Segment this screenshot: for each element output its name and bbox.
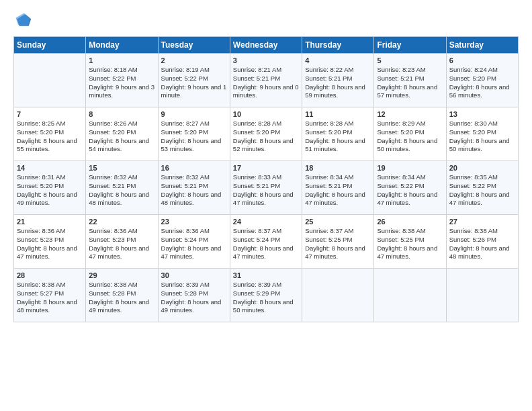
day-number: 3	[233, 56, 299, 64]
day-info: Sunrise: 8:37 AMSunset: 5:24 PMDaylight:…	[233, 227, 299, 261]
day-cell: 8Sunrise: 8:26 AMSunset: 5:20 PMDaylight…	[86, 107, 158, 161]
day-info: Sunrise: 8:31 AMSunset: 5:20 PMDaylight:…	[17, 173, 83, 208]
day-cell: 23Sunrise: 8:36 AMSunset: 5:24 PMDayligh…	[158, 215, 230, 269]
day-cell	[14, 54, 86, 107]
day-info: Sunrise: 8:38 AMSunset: 5:27 PMDaylight:…	[17, 281, 83, 315]
day-info: Sunrise: 8:38 AMSunset: 5:25 PMDaylight:…	[377, 227, 443, 261]
day-number: 2	[161, 56, 227, 64]
day-info: Sunrise: 8:32 AMSunset: 5:21 PMDaylight:…	[89, 173, 154, 208]
day-number: 26	[377, 218, 443, 226]
day-cell: 12Sunrise: 8:29 AMSunset: 5:20 PMDayligh…	[374, 107, 446, 161]
day-number: 14	[17, 164, 83, 172]
day-number: 6	[449, 56, 515, 64]
day-info: Sunrise: 8:35 AMSunset: 5:22 PMDaylight:…	[449, 173, 515, 208]
day-cell: 15Sunrise: 8:32 AMSunset: 5:21 PMDayligh…	[86, 161, 158, 215]
day-info: Sunrise: 8:27 AMSunset: 5:20 PMDaylight:…	[161, 120, 227, 154]
day-number: 30	[161, 271, 227, 279]
day-info: Sunrise: 8:25 AMSunset: 5:20 PMDaylight:…	[17, 120, 83, 154]
week-row-3: 14Sunrise: 8:31 AMSunset: 5:20 PMDayligh…	[14, 161, 519, 215]
day-info: Sunrise: 8:19 AMSunset: 5:22 PMDaylight:…	[161, 66, 227, 100]
day-info: Sunrise: 8:21 AMSunset: 5:21 PMDaylight:…	[233, 66, 299, 100]
day-info: Sunrise: 8:36 AMSunset: 5:23 PMDaylight:…	[89, 227, 154, 261]
day-cell: 6Sunrise: 8:24 AMSunset: 5:20 PMDaylight…	[446, 54, 518, 107]
day-number: 13	[449, 110, 515, 118]
day-cell: 22Sunrise: 8:36 AMSunset: 5:23 PMDayligh…	[86, 215, 158, 269]
day-cell	[446, 269, 518, 322]
day-number: 24	[233, 218, 299, 226]
day-number: 5	[377, 56, 443, 64]
day-number: 12	[377, 110, 443, 118]
day-cell: 5Sunrise: 8:23 AMSunset: 5:21 PMDaylight…	[374, 54, 446, 107]
day-cell	[374, 269, 446, 322]
day-number: 23	[161, 218, 227, 226]
week-row-2: 7Sunrise: 8:25 AMSunset: 5:20 PMDaylight…	[14, 107, 519, 161]
day-cell: 4Sunrise: 8:22 AMSunset: 5:21 PMDaylight…	[302, 54, 374, 107]
page-container: SundayMondayTuesdayWednesdayThursdayFrid…	[0, 0, 532, 411]
day-number: 10	[233, 110, 299, 118]
day-cell: 1Sunrise: 8:18 AMSunset: 5:22 PMDaylight…	[86, 54, 158, 107]
day-cell: 29Sunrise: 8:38 AMSunset: 5:28 PMDayligh…	[86, 269, 158, 322]
day-info: Sunrise: 8:18 AMSunset: 5:22 PMDaylight:…	[89, 66, 154, 100]
day-cell: 11Sunrise: 8:28 AMSunset: 5:20 PMDayligh…	[302, 107, 374, 161]
logo	[13, 11, 35, 30]
day-info: Sunrise: 8:38 AMSunset: 5:26 PMDaylight:…	[449, 227, 515, 261]
day-info: Sunrise: 8:32 AMSunset: 5:21 PMDaylight:…	[161, 173, 227, 208]
day-cell: 3Sunrise: 8:21 AMSunset: 5:21 PMDaylight…	[230, 54, 302, 107]
day-info: Sunrise: 8:36 AMSunset: 5:23 PMDaylight:…	[17, 227, 83, 261]
calendar-header: SundayMondayTuesdayWednesdayThursdayFrid…	[14, 37, 519, 54]
day-cell: 10Sunrise: 8:28 AMSunset: 5:20 PMDayligh…	[230, 107, 302, 161]
day-number: 20	[449, 164, 515, 172]
day-cell: 17Sunrise: 8:33 AMSunset: 5:21 PMDayligh…	[230, 161, 302, 215]
week-row-1: 1Sunrise: 8:18 AMSunset: 5:22 PMDaylight…	[14, 54, 519, 107]
day-cell: 9Sunrise: 8:27 AMSunset: 5:20 PMDaylight…	[158, 107, 230, 161]
day-info: Sunrise: 8:26 AMSunset: 5:20 PMDaylight:…	[89, 120, 154, 154]
day-number: 7	[17, 110, 83, 118]
day-number: 9	[161, 110, 227, 118]
day-number: 22	[89, 218, 154, 226]
header-cell-thursday: Thursday	[302, 37, 374, 54]
day-number: 4	[305, 56, 371, 64]
week-row-5: 28Sunrise: 8:38 AMSunset: 5:27 PMDayligh…	[14, 269, 519, 322]
logo-icon	[13, 11, 32, 30]
day-info: Sunrise: 8:33 AMSunset: 5:21 PMDaylight:…	[233, 173, 299, 208]
calendar-table: SundayMondayTuesdayWednesdayThursdayFrid…	[13, 36, 519, 322]
day-cell: 21Sunrise: 8:36 AMSunset: 5:23 PMDayligh…	[14, 215, 86, 269]
day-number: 16	[161, 164, 227, 172]
header-cell-sunday: Sunday	[14, 37, 86, 54]
day-cell: 28Sunrise: 8:38 AMSunset: 5:27 PMDayligh…	[14, 269, 86, 322]
day-cell: 26Sunrise: 8:38 AMSunset: 5:25 PMDayligh…	[374, 215, 446, 269]
day-info: Sunrise: 8:23 AMSunset: 5:21 PMDaylight:…	[377, 66, 443, 100]
day-number: 31	[233, 271, 299, 279]
day-cell	[302, 269, 374, 322]
day-cell: 31Sunrise: 8:39 AMSunset: 5:29 PMDayligh…	[230, 269, 302, 322]
day-number: 1	[89, 56, 154, 64]
header	[13, 11, 519, 30]
day-cell: 19Sunrise: 8:34 AMSunset: 5:22 PMDayligh…	[374, 161, 446, 215]
day-cell: 7Sunrise: 8:25 AMSunset: 5:20 PMDaylight…	[14, 107, 86, 161]
day-number: 11	[305, 110, 371, 118]
day-info: Sunrise: 8:29 AMSunset: 5:20 PMDaylight:…	[377, 120, 443, 154]
day-cell: 25Sunrise: 8:37 AMSunset: 5:25 PMDayligh…	[302, 215, 374, 269]
day-number: 17	[233, 164, 299, 172]
header-row: SundayMondayTuesdayWednesdayThursdayFrid…	[14, 37, 519, 54]
header-cell-friday: Friday	[374, 37, 446, 54]
day-cell: 16Sunrise: 8:32 AMSunset: 5:21 PMDayligh…	[158, 161, 230, 215]
day-number: 8	[89, 110, 154, 118]
day-info: Sunrise: 8:28 AMSunset: 5:20 PMDaylight:…	[305, 120, 371, 154]
header-cell-monday: Monday	[86, 37, 158, 54]
day-number: 21	[17, 218, 83, 226]
day-info: Sunrise: 8:37 AMSunset: 5:25 PMDaylight:…	[305, 227, 371, 261]
day-info: Sunrise: 8:34 AMSunset: 5:21 PMDaylight:…	[305, 173, 371, 208]
day-info: Sunrise: 8:39 AMSunset: 5:29 PMDaylight:…	[233, 281, 299, 315]
day-cell: 24Sunrise: 8:37 AMSunset: 5:24 PMDayligh…	[230, 215, 302, 269]
day-number: 19	[377, 164, 443, 172]
day-info: Sunrise: 8:24 AMSunset: 5:20 PMDaylight:…	[449, 66, 515, 100]
day-cell: 13Sunrise: 8:30 AMSunset: 5:20 PMDayligh…	[446, 107, 518, 161]
svg-marker-1	[16, 13, 30, 26]
day-number: 28	[17, 271, 83, 279]
day-cell: 30Sunrise: 8:39 AMSunset: 5:28 PMDayligh…	[158, 269, 230, 322]
day-cell: 27Sunrise: 8:38 AMSunset: 5:26 PMDayligh…	[446, 215, 518, 269]
day-cell: 18Sunrise: 8:34 AMSunset: 5:21 PMDayligh…	[302, 161, 374, 215]
day-info: Sunrise: 8:22 AMSunset: 5:21 PMDaylight:…	[305, 66, 371, 100]
day-number: 15	[89, 164, 154, 172]
